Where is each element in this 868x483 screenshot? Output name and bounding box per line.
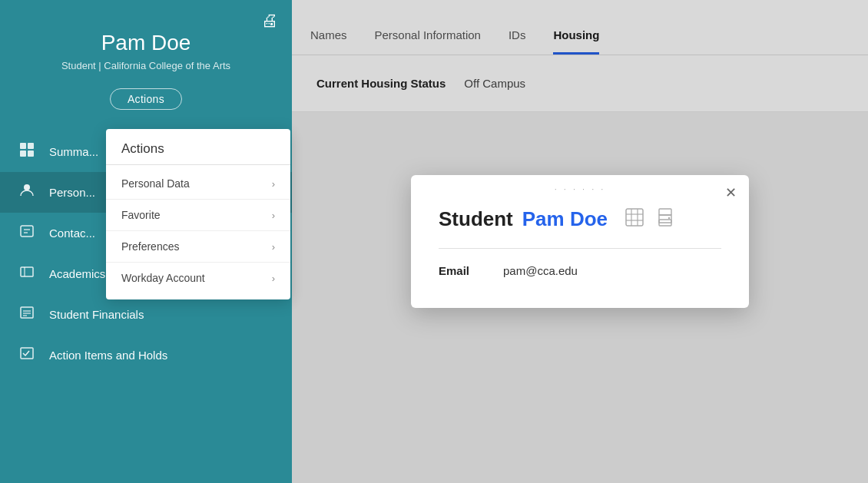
svg-rect-20 xyxy=(659,209,671,215)
sidebar-item-label-action-items: Action Items and Holds xyxy=(49,349,167,362)
sidebar-item-financials[interactable]: Student Financials xyxy=(0,294,292,335)
modal-drag-handle: · · · · · · xyxy=(555,184,606,194)
modal-action-icons xyxy=(623,206,677,233)
dropdown-item-personal-data[interactable]: Personal Data › xyxy=(106,168,290,200)
svg-point-4 xyxy=(24,184,30,190)
sidebar-item-label-financials: Student Financials xyxy=(49,308,144,321)
sidebar-item-action-items[interactable]: Action Items and Holds xyxy=(0,335,292,375)
sidebar-print-icon[interactable]: 🖨 xyxy=(261,11,278,31)
modal-print-icon[interactable] xyxy=(654,206,677,233)
academics-icon xyxy=(17,264,37,283)
svg-rect-2 xyxy=(20,151,26,157)
chevron-right-icon-preferences: › xyxy=(272,241,275,253)
modal-title-student: Student xyxy=(439,207,513,231)
svg-rect-3 xyxy=(28,151,34,157)
svg-point-22 xyxy=(668,217,670,219)
sidebar-user-role: Student | California College of the Arts xyxy=(61,60,230,71)
action-items-icon xyxy=(17,346,37,365)
dropdown-item-label-personal-data: Personal Data xyxy=(121,177,190,190)
actions-button[interactable]: Actions xyxy=(110,88,182,110)
modal-email-row: Email pam@cca.edu xyxy=(439,264,721,277)
svg-rect-8 xyxy=(21,267,33,276)
dropdown-item-label-preferences: Preferences xyxy=(121,240,179,253)
sidebar-item-label-contact: Contac... xyxy=(49,227,95,240)
modal-email-value: pam@cca.edu xyxy=(503,264,578,277)
svg-rect-10 xyxy=(21,307,33,318)
sidebar: 🖨 Pam Doe Student | California College o… xyxy=(0,0,292,483)
dropdown-item-favorite[interactable]: Favorite › xyxy=(106,200,290,231)
modal: · · · · · · ✕ Student Pam Doe xyxy=(411,175,749,308)
dropdown-item-label-workday-account: Workday Account xyxy=(121,272,205,284)
actions-dropdown: Actions Personal Data › Favorite › Prefe… xyxy=(106,129,290,299)
dropdown-item-label-favorite: Favorite xyxy=(121,209,161,221)
person-icon xyxy=(17,183,37,202)
sidebar-item-label-summary: Summa... xyxy=(49,145,98,158)
main-content: Names Personal Information IDs Housing C… xyxy=(292,0,868,483)
dashboard-icon xyxy=(17,142,37,161)
chevron-right-icon-workday-account: › xyxy=(272,273,275,284)
modal-divider xyxy=(439,248,721,249)
modal-excel-icon[interactable] xyxy=(623,206,646,233)
chevron-right-icon-personal-data: › xyxy=(272,178,275,190)
dropdown-item-workday-account[interactable]: Workday Account › xyxy=(106,263,290,293)
sidebar-user-name: Pam Doe xyxy=(101,31,191,55)
modal-header: Student Pam Doe xyxy=(439,206,721,233)
chevron-right-icon-favorite: › xyxy=(272,210,275,221)
modal-overlay[interactable]: · · · · · · ✕ Student Pam Doe xyxy=(292,0,868,483)
actions-dropdown-title: Actions xyxy=(106,138,290,165)
svg-rect-15 xyxy=(626,209,643,226)
modal-title-name: Pam Doe xyxy=(522,207,608,231)
svg-rect-0 xyxy=(20,143,26,149)
contact-icon xyxy=(17,223,37,243)
sidebar-item-label-personal: Person... xyxy=(49,186,95,199)
svg-rect-5 xyxy=(21,226,33,237)
dropdown-item-preferences[interactable]: Preferences › xyxy=(106,231,290,263)
svg-rect-1 xyxy=(28,143,34,149)
modal-email-label: Email xyxy=(439,264,485,277)
financials-icon xyxy=(17,305,37,324)
sidebar-item-label-academics: Academics xyxy=(49,267,105,280)
modal-close-button[interactable]: ✕ xyxy=(725,186,737,200)
